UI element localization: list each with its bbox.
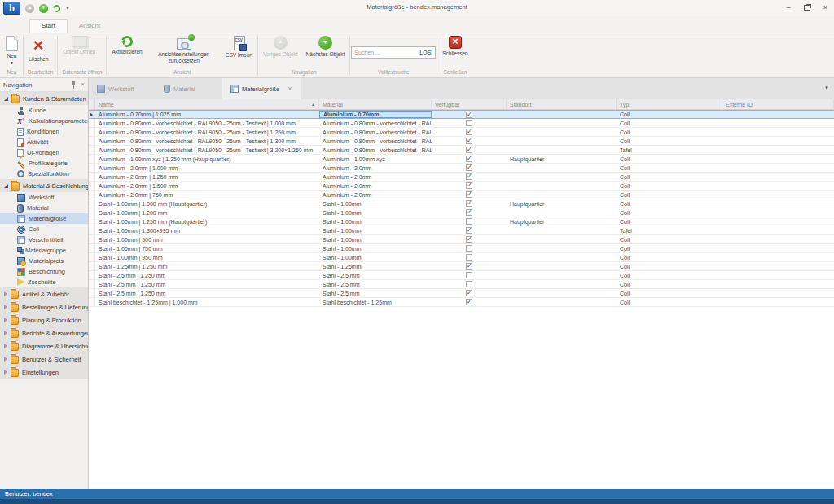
checkbox-checked[interactable]: ✓ bbox=[466, 236, 472, 243]
table-row[interactable]: Aluminium - 0.80mm - vorbeschichtet - RA… bbox=[89, 119, 834, 128]
checkbox-checked[interactable]: ✓ bbox=[466, 182, 472, 189]
schliessen-button[interactable]: Schliessen bbox=[438, 35, 472, 58]
checkbox-checked[interactable]: ✓ bbox=[466, 164, 472, 171]
nachstes-objekt-button[interactable]: Nächstes Objekt bbox=[302, 35, 349, 59]
sidebar-category-material-beschichtungen[interactable]: Material & Beschichtungen bbox=[0, 179, 88, 192]
table-row[interactable]: Stahl - 2.5 mm | 1.250 mmStahl - 2.5 mmC… bbox=[89, 280, 834, 289]
column-header-typ[interactable]: Typ bbox=[617, 99, 722, 109]
neu-button[interactable]: Neu▼ bbox=[2, 35, 22, 67]
sidebar-item-spezialfunktion[interactable]: Spezialfunktion bbox=[0, 169, 88, 179]
column-header-verfugbar[interactable]: Verfügbar bbox=[432, 99, 507, 109]
sidebar-item-konditionen[interactable]: Konditionen bbox=[0, 126, 88, 137]
aktualisieren-button[interactable]: Aktualisieren bbox=[108, 35, 146, 56]
table-row[interactable]: Stahl - 2.5 mm | 1.250 mmStahl - 2.5 mm✓… bbox=[89, 289, 834, 298]
pin-icon[interactable] bbox=[70, 81, 77, 89]
csv-import-button[interactable]: CSV Import bbox=[222, 35, 257, 59]
sidebar-item-verschnittteil[interactable]: Verschnittteil bbox=[0, 234, 88, 245]
table-row[interactable]: Aluminium - 2.0mm | 750 mmAluminium - 2.… bbox=[89, 191, 834, 199]
expand-triangle-icon[interactable] bbox=[4, 318, 7, 322]
sidebar-category-artikel-zubehor[interactable]: Artikel & Zubehör bbox=[0, 287, 88, 300]
column-header-externe-id[interactable]: Externe ID bbox=[722, 99, 834, 109]
table-row[interactable]: Aluminium - 2.0mm | 1.500 mmAluminium - … bbox=[89, 182, 834, 191]
sidebar-item-kunde[interactable]: Kunde bbox=[0, 105, 88, 116]
collapse-triangle-icon[interactable] bbox=[4, 184, 8, 188]
table-row[interactable]: Stahl - 1.00mm | 1.200 mmStahl - 1.00mm✓… bbox=[89, 208, 834, 217]
table-row[interactable]: Aluminium - 0.70mm | 1.025 mmAluminium -… bbox=[89, 110, 834, 119]
sidebar-item-aktivitat[interactable]: Aktivität bbox=[0, 137, 88, 147]
checkbox-checked[interactable]: ✓ bbox=[466, 191, 472, 198]
expand-triangle-icon[interactable] bbox=[4, 357, 7, 362]
close-tab-icon[interactable]: × bbox=[288, 85, 292, 92]
checkbox-checked[interactable]: ✓ bbox=[466, 263, 472, 270]
sidebar-item-beschichtung[interactable]: Beschichtung bbox=[0, 266, 88, 277]
checkbox-checked[interactable]: ✓ bbox=[466, 299, 472, 305]
doc-tab-materialgrosse[interactable]: Materialgröße× bbox=[222, 78, 301, 99]
checkbox-checked[interactable]: ✓ bbox=[466, 200, 472, 207]
table-row[interactable]: Stahl - 1.00mm | 1.250 mm (Hauptquartier… bbox=[89, 217, 834, 226]
expand-triangle-icon[interactable] bbox=[4, 344, 7, 348]
table-row[interactable]: Aluminium - 2.0mm | 1.250 mmAluminium - … bbox=[89, 173, 834, 182]
table-row[interactable]: Stahl beschichtet - 1.25mm | 1.000 mmSta… bbox=[89, 298, 834, 307]
table-row[interactable]: Stahl - 2.5 mm | 1.250 mmStahl - 2.5 mmC… bbox=[89, 271, 834, 280]
restore-button[interactable] bbox=[804, 5, 810, 11]
ribbon-tab-ansicht[interactable]: Ansicht bbox=[68, 20, 112, 33]
sidebar-item-materialgrosse[interactable]: Materialgröße bbox=[0, 213, 88, 224]
checkbox-checked[interactable]: ✓ bbox=[466, 227, 472, 234]
table-row[interactable]: Aluminium - 1.00mm xyz | 1.250 mm (Haupt… bbox=[89, 155, 834, 164]
table-row[interactable]: Stahl - 1.25mm | 1.250 mmStahl - 1.25mm✓… bbox=[89, 262, 834, 271]
table-row[interactable]: Aluminium - 0.80mm - vorbeschichtet - RA… bbox=[89, 128, 834, 137]
collapse-triangle-icon[interactable] bbox=[4, 97, 8, 101]
table-row[interactable]: Stahl - 1.00mm | 500 mmStahl - 1.00mm✓Co… bbox=[89, 235, 834, 244]
checkbox-unchecked[interactable] bbox=[466, 120, 472, 126]
checkbox-checked[interactable]: ✓ bbox=[466, 138, 472, 144]
table-row[interactable]: Stahl - 1.00mm | 950 mmStahl - 1.00mmCoi… bbox=[89, 253, 834, 262]
column-header-material[interactable]: Material bbox=[319, 99, 432, 109]
sidebar-category-diagramme-ubersichten[interactable]: Diagramme & Übersichten bbox=[0, 340, 88, 353]
checkbox-unchecked[interactable] bbox=[466, 272, 472, 278]
sidebar-item-material[interactable]: Material bbox=[0, 203, 88, 213]
doc-tab-material[interactable]: Material bbox=[156, 78, 222, 99]
expand-triangle-icon[interactable] bbox=[4, 370, 7, 375]
checkbox-unchecked[interactable] bbox=[466, 281, 472, 287]
table-row[interactable]: Aluminium - 2.0mm | 1.000 mmAluminium - … bbox=[89, 164, 834, 173]
expand-triangle-icon[interactable] bbox=[4, 331, 7, 335]
sidebar-item-werkstoff[interactable]: Werkstoff bbox=[0, 192, 88, 203]
column-header-name[interactable]: Name▲ bbox=[95, 99, 319, 109]
sidebar-item-kalkulationsparameter[interactable]: Kalkulationsparameter bbox=[0, 116, 88, 126]
table-row[interactable]: Aluminium - 0.80mm - vorbeschichtet - RA… bbox=[89, 146, 834, 155]
sidebar-item-zuschnitte[interactable]: Zuschnitte bbox=[0, 277, 88, 287]
tab-list-dropdown-icon[interactable]: ▼ bbox=[824, 85, 829, 90]
checkbox-unchecked[interactable] bbox=[466, 245, 472, 252]
close-window-button[interactable]: × bbox=[823, 2, 827, 12]
sidebar-category-bestellungen-lieferungen[interactable]: Bestellungen & Lieferungen bbox=[0, 300, 88, 313]
sidebar-category-berichte-auswertungen[interactable]: Berichte & Auswertungen bbox=[0, 327, 88, 340]
minimize-button[interactable]: – bbox=[787, 2, 791, 12]
loschen-button[interactable]: Löschen bbox=[24, 35, 53, 64]
expand-triangle-icon[interactable] bbox=[4, 291, 7, 296]
ribbon-tab-start[interactable]: Start bbox=[29, 19, 68, 33]
sidebar-item-coil[interactable]: Coil bbox=[0, 224, 88, 234]
table-row[interactable]: Stahl - 1.00mm | 750 mmStahl - 1.00mmCoi… bbox=[89, 244, 834, 253]
sidebar-category-kunden-stammdaten[interactable]: Kunden & Stammdaten bbox=[0, 92, 88, 105]
column-header-standort[interactable]: Standort bbox=[507, 99, 617, 109]
sidebar-category-benutzer-sicherheit[interactable]: Benutzer & Sicherheit bbox=[0, 353, 88, 366]
checkbox-unchecked[interactable] bbox=[466, 218, 472, 225]
sidebar-item-materialpreis[interactable]: Materialpreis bbox=[0, 256, 88, 266]
checkbox-checked[interactable]: ✓ bbox=[466, 290, 472, 296]
sidebar-item-materialgruppe[interactable]: Materialgruppe bbox=[0, 245, 88, 256]
checkbox-checked[interactable]: ✓ bbox=[466, 209, 472, 216]
checkbox-checked[interactable]: ✓ bbox=[466, 173, 472, 180]
sidebar-item-profilkategorie[interactable]: Profilkategorie bbox=[0, 158, 88, 169]
checkbox-checked[interactable]: ✓ bbox=[466, 147, 472, 153]
sidebar-category-einstellungen[interactable]: Einstellungen bbox=[0, 366, 88, 379]
sidebar-item-ui-vorlagen[interactable]: UI-Vorlagen bbox=[0, 147, 88, 158]
checkbox-checked[interactable]: ✓ bbox=[466, 156, 472, 162]
checkbox-unchecked[interactable] bbox=[466, 254, 472, 261]
sidebar-category-planung-produktion[interactable]: Planung & Produktion bbox=[0, 313, 88, 327]
close-panel-icon[interactable]: × bbox=[81, 81, 85, 88]
expand-triangle-icon[interactable] bbox=[4, 305, 7, 309]
search-go-button[interactable]: LOS! bbox=[417, 50, 435, 55]
ansichtseinstellungen-zurucksetzen-button[interactable]: Ansichtseinstellungen zurücksetzen bbox=[147, 35, 222, 64]
table-row[interactable]: Stahl - 1.00mm | 1.300×995 mmStahl - 1.0… bbox=[89, 226, 834, 235]
doc-tab-werkstoff[interactable]: Werkstoff bbox=[89, 78, 156, 99]
